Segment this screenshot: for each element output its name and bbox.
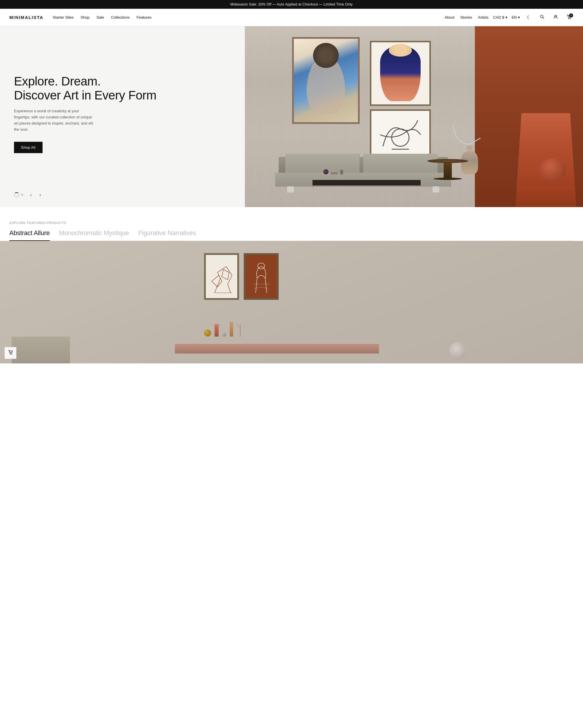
sofa-cushion-2 xyxy=(363,154,438,173)
tall-narrow-vase xyxy=(230,322,233,337)
decorative-small-vase xyxy=(340,170,343,175)
artwork-frame-2-content xyxy=(371,42,429,104)
quick-add-cart-button[interactable] xyxy=(5,347,16,359)
floor-vase-neck xyxy=(467,146,473,150)
nav-item-sale[interactable]: Sale xyxy=(96,15,104,20)
svg-rect-7 xyxy=(206,255,237,298)
decorative-book xyxy=(331,172,338,175)
language-selector[interactable]: EN ▾ xyxy=(511,15,520,20)
featured-products-section: Explore Featured Products Abstract Allur… xyxy=(0,207,583,241)
nav-item-shop[interactable]: Shop xyxy=(81,15,89,20)
currency-chevron-icon: ▾ xyxy=(505,15,507,20)
platform-shelf xyxy=(175,344,379,354)
shop-all-button[interactable]: Shop All xyxy=(14,142,43,153)
small-grey-sphere xyxy=(222,333,226,337)
hero-title: Explore. Dream. Discover Art in Every Fo… xyxy=(14,74,231,103)
carousel-arrows: ‹ › xyxy=(27,191,44,199)
large-floor-sphere xyxy=(449,342,466,360)
art-frame-brown-content xyxy=(245,255,277,298)
sofa-leg-left xyxy=(287,186,294,193)
svg-point-3 xyxy=(568,18,569,19)
coffee-table xyxy=(312,180,421,198)
secondary-nav: About Stories Artists xyxy=(445,15,489,20)
hero-controls: ‹ › xyxy=(14,191,44,199)
concrete-block-left xyxy=(12,337,70,363)
header: MINIMALISTA Starter Sites Shop Sale Coll… xyxy=(0,9,583,26)
ball-vase xyxy=(539,158,566,180)
search-icon xyxy=(540,15,545,20)
header-icons: CAD $ ▾ EN ▾ ☾ xyxy=(493,13,574,22)
shelf-objects xyxy=(204,319,244,337)
hero-image xyxy=(245,26,583,207)
currency-label: CAD $ xyxy=(493,15,504,20)
carousel-prev-button[interactable]: ‹ xyxy=(27,191,35,199)
currency-selector[interactable]: CAD $ ▾ xyxy=(493,15,507,20)
featured-label: Explore Featured Products xyxy=(9,221,574,225)
artwork-frame-1 xyxy=(292,37,360,124)
header-left: MINIMALISTA Starter Sites Shop Sale Coll… xyxy=(9,15,151,20)
user-icon xyxy=(553,15,558,20)
coffee-table-items xyxy=(323,169,343,175)
artwork-frame-2 xyxy=(370,41,431,106)
terracotta-small-vase xyxy=(215,326,219,337)
side-table-pedestal xyxy=(444,163,452,178)
art-frames xyxy=(204,253,279,300)
artwork-frame-1-content xyxy=(294,39,358,122)
artwork-frame-3-content xyxy=(371,111,429,159)
gold-sphere xyxy=(204,330,211,337)
hero-artwork-scene xyxy=(245,26,583,207)
branch-decoration xyxy=(237,319,244,337)
sculpture xyxy=(454,117,475,146)
announcement-bar: Midseason Sale: 20% Off — Auto Applied a… xyxy=(0,0,583,9)
nav-artists[interactable]: Artists xyxy=(478,15,489,20)
announcement-text: Midseason Sale: 20% Off — Auto Applied a… xyxy=(230,2,353,6)
nav-stories[interactable]: Stories xyxy=(460,15,472,20)
hero-section: Explore. Dream. Discover Art in Every Fo… xyxy=(0,26,583,207)
language-chevron-icon: ▾ xyxy=(518,15,520,20)
hero-description: Experience a world of creativity at your… xyxy=(14,108,95,132)
svg-point-2 xyxy=(555,15,556,17)
art-frame-beige xyxy=(204,253,239,300)
nav-item-starter-sites[interactable]: Starter Sites xyxy=(53,15,74,20)
account-button[interactable] xyxy=(551,13,560,22)
carousel-dot-1[interactable] xyxy=(14,192,19,198)
search-button[interactable] xyxy=(537,13,547,22)
hero-content: Explore. Dream. Discover Art in Every Fo… xyxy=(0,26,245,207)
cart-button[interactable]: 0 xyxy=(564,13,574,22)
tab-abstract-allure[interactable]: Abstract Allure xyxy=(9,229,50,241)
side-table xyxy=(427,159,468,180)
nav-item-features[interactable]: Features xyxy=(137,15,151,20)
side-table-top xyxy=(427,159,468,163)
primary-nav: Starter Sites Shop Sale Collections Feat… xyxy=(53,15,151,20)
header-right: About Stories Artists CAD $ ▾ EN ▾ ☾ xyxy=(445,13,574,22)
theme-toggle-button[interactable]: ☾ xyxy=(524,13,533,22)
carousel-dots xyxy=(14,192,23,198)
carousel-next-button[interactable]: › xyxy=(36,191,44,199)
svg-point-0 xyxy=(540,15,543,18)
language-label: EN xyxy=(511,15,517,20)
tab-figurative-narratives[interactable]: Figurative Narratives xyxy=(138,229,196,241)
moon-icon: ☾ xyxy=(527,15,531,20)
nav-item-collections[interactable]: Collections xyxy=(111,15,130,20)
carousel-dot-2[interactable] xyxy=(21,194,23,196)
svg-point-12 xyxy=(11,354,12,354)
svg-point-4 xyxy=(570,18,571,19)
product-image-section xyxy=(0,241,583,363)
cart-icon-small xyxy=(8,350,13,356)
cart-count: 0 xyxy=(569,14,573,18)
tab-monochromatic-mystique[interactable]: Monochromatic Mystique xyxy=(59,229,129,241)
art-frame-beige-content xyxy=(206,255,237,298)
svg-line-1 xyxy=(543,18,544,19)
svg-rect-9 xyxy=(245,255,277,298)
logo[interactable]: MINIMALISTA xyxy=(9,15,44,20)
svg-point-11 xyxy=(10,354,10,354)
decorative-sphere xyxy=(323,169,329,175)
sofa-cushion-1 xyxy=(285,154,360,173)
abstract-art-scene xyxy=(0,241,583,363)
side-table-base xyxy=(434,178,462,180)
collection-tabs: Abstract Allure Monochromatic Mystique F… xyxy=(9,229,574,241)
sofa-leg-right xyxy=(433,186,439,193)
coffee-table-top xyxy=(312,180,421,185)
nav-about[interactable]: About xyxy=(445,15,454,20)
art-frame-brown xyxy=(244,253,279,300)
